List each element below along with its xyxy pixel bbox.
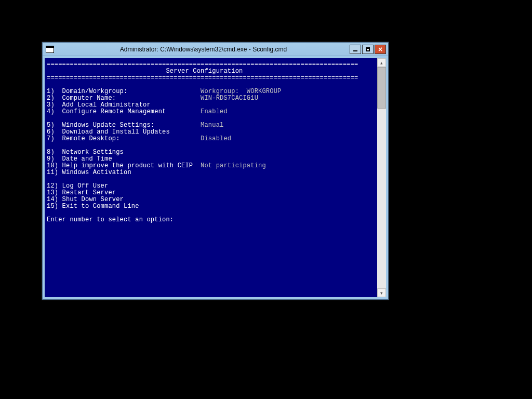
window-title: Administrator: C:\Windows\system32\cmd.e… [57,46,350,53]
scrollbar-vertical[interactable]: ▴ ▾ [377,58,386,297]
titlebar[interactable]: Administrator: C:\Windows\system32\cmd.e… [43,43,388,56]
prompt[interactable]: Enter number to select an option: [47,217,375,223]
scroll-thumb[interactable] [377,67,386,109]
client-area: ========================================… [43,56,388,299]
menu-item: 4) Configure Remote Management Enabled [47,109,375,115]
window-controls: × [350,45,386,54]
cmd-window: Administrator: C:\Windows\system32\cmd.e… [42,42,389,300]
scroll-down-button[interactable]: ▾ [377,288,386,297]
scroll-track[interactable] [377,67,386,288]
cmd-icon [46,46,54,53]
menu-item: 15) Exit to Command Line [47,203,375,210]
scroll-up-button[interactable]: ▴ [377,58,386,67]
console-output[interactable]: ========================================… [45,58,377,297]
minimize-button[interactable] [350,45,361,54]
maximize-button[interactable] [362,45,374,54]
menu-item: 11) Windows Activation [47,169,375,176]
menu-item: 7) Remote Desktop: Disabled [47,136,375,142]
header-bar: ========================================… [47,75,375,82]
close-button[interactable]: × [375,45,386,54]
